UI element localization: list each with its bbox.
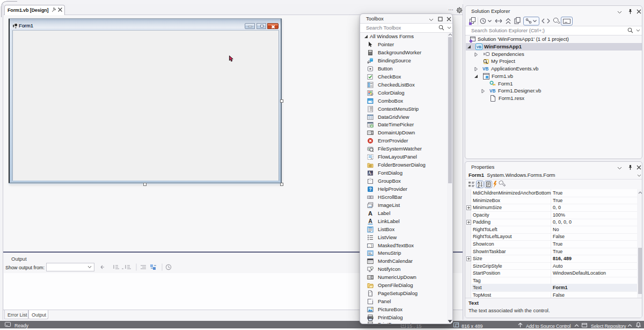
svg-text:a: a bbox=[371, 172, 372, 175]
svg-text:VB: VB bbox=[482, 67, 488, 71]
svg-text:12: 12 bbox=[368, 276, 371, 279]
svg-text:(.)-: (.)- bbox=[367, 244, 374, 248]
svg-text:?: ? bbox=[369, 186, 371, 192]
svg-text:A: A bbox=[368, 210, 372, 217]
svg-text:A: A bbox=[368, 218, 372, 224]
svg-text:VB: VB bbox=[489, 89, 495, 94]
svg-text:VB: VB bbox=[477, 45, 481, 49]
